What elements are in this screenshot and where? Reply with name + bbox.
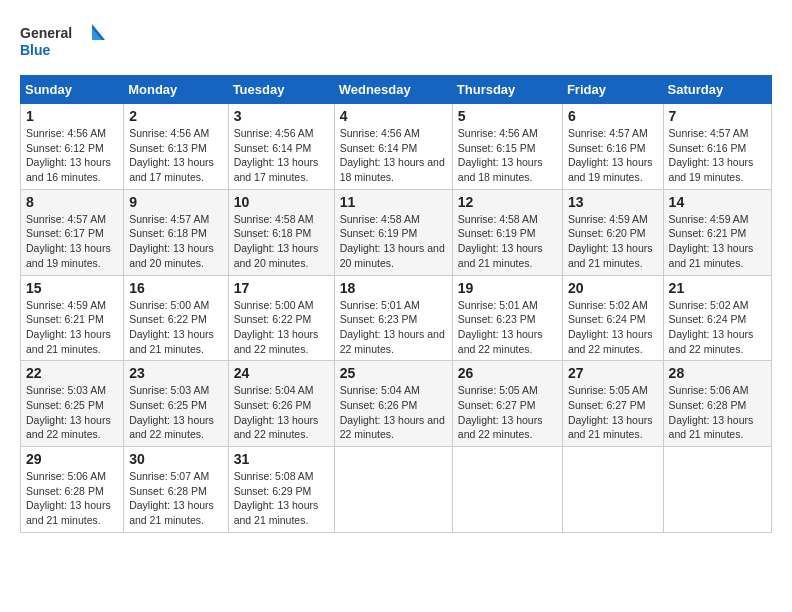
day-info: Sunrise: 5:08 AM Sunset: 6:29 PM Dayligh… [234,469,329,528]
calendar-cell: 7 Sunrise: 4:57 AM Sunset: 6:16 PM Dayli… [663,104,771,190]
calendar-cell: 11 Sunrise: 4:58 AM Sunset: 6:19 PM Dayl… [334,189,452,275]
calendar-cell: 18 Sunrise: 5:01 AM Sunset: 6:23 PM Dayl… [334,275,452,361]
logo: General Blue [20,20,110,65]
day-number: 15 [26,280,118,296]
calendar-cell: 27 Sunrise: 5:05 AM Sunset: 6:27 PM Dayl… [562,361,663,447]
calendar-cell: 25 Sunrise: 5:04 AM Sunset: 6:26 PM Dayl… [334,361,452,447]
day-info: Sunrise: 4:56 AM Sunset: 6:14 PM Dayligh… [340,126,447,185]
day-number: 4 [340,108,447,124]
day-number: 20 [568,280,658,296]
calendar-cell: 12 Sunrise: 4:58 AM Sunset: 6:19 PM Dayl… [452,189,562,275]
day-number: 9 [129,194,222,210]
day-number: 23 [129,365,222,381]
calendar-cell: 5 Sunrise: 4:56 AM Sunset: 6:15 PM Dayli… [452,104,562,190]
day-number: 24 [234,365,329,381]
column-header-wednesday: Wednesday [334,76,452,104]
calendar-cell: 19 Sunrise: 5:01 AM Sunset: 6:23 PM Dayl… [452,275,562,361]
day-info: Sunrise: 5:01 AM Sunset: 6:23 PM Dayligh… [458,298,557,357]
day-number: 10 [234,194,329,210]
day-info: Sunrise: 4:57 AM Sunset: 6:17 PM Dayligh… [26,212,118,271]
calendar-week-5: 29 Sunrise: 5:06 AM Sunset: 6:28 PM Dayl… [21,447,772,533]
day-number: 17 [234,280,329,296]
calendar-cell: 1 Sunrise: 4:56 AM Sunset: 6:12 PM Dayli… [21,104,124,190]
calendar-cell: 3 Sunrise: 4:56 AM Sunset: 6:14 PM Dayli… [228,104,334,190]
day-number: 26 [458,365,557,381]
day-number: 18 [340,280,447,296]
day-info: Sunrise: 4:57 AM Sunset: 6:16 PM Dayligh… [669,126,766,185]
calendar-table: SundayMondayTuesdayWednesdayThursdayFrid… [20,75,772,533]
day-info: Sunrise: 5:04 AM Sunset: 6:26 PM Dayligh… [340,383,447,442]
calendar-cell: 21 Sunrise: 5:02 AM Sunset: 6:24 PM Dayl… [663,275,771,361]
calendar-header-row: SundayMondayTuesdayWednesdayThursdayFrid… [21,76,772,104]
day-number: 11 [340,194,447,210]
day-info: Sunrise: 5:06 AM Sunset: 6:28 PM Dayligh… [669,383,766,442]
calendar-cell: 29 Sunrise: 5:06 AM Sunset: 6:28 PM Dayl… [21,447,124,533]
calendar-cell: 20 Sunrise: 5:02 AM Sunset: 6:24 PM Dayl… [562,275,663,361]
calendar-cell: 16 Sunrise: 5:00 AM Sunset: 6:22 PM Dayl… [124,275,228,361]
day-info: Sunrise: 5:05 AM Sunset: 6:27 PM Dayligh… [568,383,658,442]
day-info: Sunrise: 4:59 AM Sunset: 6:21 PM Dayligh… [26,298,118,357]
day-number: 8 [26,194,118,210]
calendar-cell: 2 Sunrise: 4:56 AM Sunset: 6:13 PM Dayli… [124,104,228,190]
calendar-cell [452,447,562,533]
day-info: Sunrise: 5:03 AM Sunset: 6:25 PM Dayligh… [26,383,118,442]
day-number: 16 [129,280,222,296]
calendar-cell: 10 Sunrise: 4:58 AM Sunset: 6:18 PM Dayl… [228,189,334,275]
day-info: Sunrise: 4:59 AM Sunset: 6:20 PM Dayligh… [568,212,658,271]
day-info: Sunrise: 4:56 AM Sunset: 6:13 PM Dayligh… [129,126,222,185]
day-number: 29 [26,451,118,467]
calendar-cell [562,447,663,533]
day-info: Sunrise: 5:00 AM Sunset: 6:22 PM Dayligh… [234,298,329,357]
day-number: 3 [234,108,329,124]
day-number: 30 [129,451,222,467]
calendar-cell: 15 Sunrise: 4:59 AM Sunset: 6:21 PM Dayl… [21,275,124,361]
calendar-cell: 24 Sunrise: 5:04 AM Sunset: 6:26 PM Dayl… [228,361,334,447]
calendar-cell: 28 Sunrise: 5:06 AM Sunset: 6:28 PM Dayl… [663,361,771,447]
day-info: Sunrise: 4:58 AM Sunset: 6:19 PM Dayligh… [340,212,447,271]
calendar-cell: 22 Sunrise: 5:03 AM Sunset: 6:25 PM Dayl… [21,361,124,447]
day-info: Sunrise: 4:58 AM Sunset: 6:18 PM Dayligh… [234,212,329,271]
day-number: 27 [568,365,658,381]
calendar-week-1: 1 Sunrise: 4:56 AM Sunset: 6:12 PM Dayli… [21,104,772,190]
day-info: Sunrise: 5:02 AM Sunset: 6:24 PM Dayligh… [568,298,658,357]
day-info: Sunrise: 5:01 AM Sunset: 6:23 PM Dayligh… [340,298,447,357]
day-number: 5 [458,108,557,124]
day-number: 22 [26,365,118,381]
calendar-week-3: 15 Sunrise: 4:59 AM Sunset: 6:21 PM Dayl… [21,275,772,361]
calendar-body: 1 Sunrise: 4:56 AM Sunset: 6:12 PM Dayli… [21,104,772,533]
day-info: Sunrise: 4:56 AM Sunset: 6:12 PM Dayligh… [26,126,118,185]
day-info: Sunrise: 4:56 AM Sunset: 6:14 PM Dayligh… [234,126,329,185]
day-info: Sunrise: 4:56 AM Sunset: 6:15 PM Dayligh… [458,126,557,185]
day-info: Sunrise: 4:58 AM Sunset: 6:19 PM Dayligh… [458,212,557,271]
column-header-friday: Friday [562,76,663,104]
calendar-cell: 6 Sunrise: 4:57 AM Sunset: 6:16 PM Dayli… [562,104,663,190]
svg-text:General: General [20,25,72,41]
day-number: 19 [458,280,557,296]
day-info: Sunrise: 5:02 AM Sunset: 6:24 PM Dayligh… [669,298,766,357]
day-number: 14 [669,194,766,210]
day-info: Sunrise: 5:04 AM Sunset: 6:26 PM Dayligh… [234,383,329,442]
day-info: Sunrise: 5:06 AM Sunset: 6:28 PM Dayligh… [26,469,118,528]
calendar-cell: 14 Sunrise: 4:59 AM Sunset: 6:21 PM Dayl… [663,189,771,275]
calendar-cell: 31 Sunrise: 5:08 AM Sunset: 6:29 PM Dayl… [228,447,334,533]
day-info: Sunrise: 5:07 AM Sunset: 6:28 PM Dayligh… [129,469,222,528]
calendar-cell: 9 Sunrise: 4:57 AM Sunset: 6:18 PM Dayli… [124,189,228,275]
column-header-tuesday: Tuesday [228,76,334,104]
day-number: 31 [234,451,329,467]
column-header-monday: Monday [124,76,228,104]
column-header-thursday: Thursday [452,76,562,104]
day-number: 25 [340,365,447,381]
calendar-cell: 17 Sunrise: 5:00 AM Sunset: 6:22 PM Dayl… [228,275,334,361]
calendar-cell [334,447,452,533]
day-info: Sunrise: 5:05 AM Sunset: 6:27 PM Dayligh… [458,383,557,442]
calendar-cell: 4 Sunrise: 4:56 AM Sunset: 6:14 PM Dayli… [334,104,452,190]
day-number: 2 [129,108,222,124]
column-header-saturday: Saturday [663,76,771,104]
calendar-week-4: 22 Sunrise: 5:03 AM Sunset: 6:25 PM Dayl… [21,361,772,447]
day-number: 21 [669,280,766,296]
day-info: Sunrise: 4:57 AM Sunset: 6:16 PM Dayligh… [568,126,658,185]
day-number: 28 [669,365,766,381]
calendar-cell: 23 Sunrise: 5:03 AM Sunset: 6:25 PM Dayl… [124,361,228,447]
calendar-cell: 8 Sunrise: 4:57 AM Sunset: 6:17 PM Dayli… [21,189,124,275]
calendar-week-2: 8 Sunrise: 4:57 AM Sunset: 6:17 PM Dayli… [21,189,772,275]
